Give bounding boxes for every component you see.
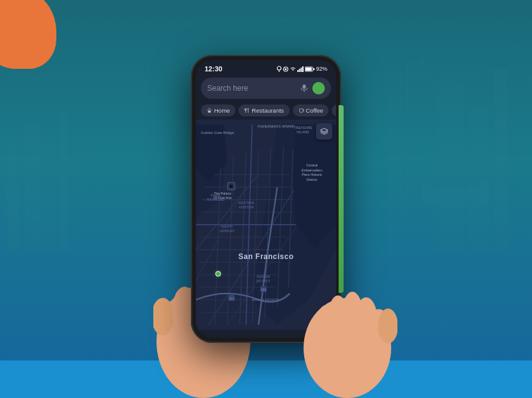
svg-rect-12: [494, 69, 507, 250]
mic-icon[interactable]: [300, 84, 309, 93]
embarcadero-label: CentralEmbarcaderoPiers HistoricDistrict: [302, 163, 322, 183]
chip-restaurants[interactable]: Restaurants: [238, 105, 289, 116]
layers-button[interactable]: [316, 123, 332, 140]
status-time: 12:30: [205, 65, 222, 73]
signal-icon: [297, 66, 304, 72]
status-bar: 12:30 92%: [196, 60, 336, 75]
search-placeholder: Search here: [207, 84, 296, 93]
svg-rect-40: [305, 68, 312, 71]
svg-text:101: 101: [229, 297, 235, 300]
battery-icon: [305, 66, 315, 72]
chip-coffee-label: Coffee: [306, 107, 324, 114]
status-icons: 92%: [277, 66, 327, 72]
palace-icon: 🏛: [227, 182, 235, 190]
svg-point-29: [317, 305, 334, 343]
orange-blob-decoration: [0, 0, 56, 69]
chip-coffee[interactable]: Coffee: [293, 105, 329, 116]
svg-rect-11: [469, 106, 488, 250]
svg-rect-37: [302, 66, 304, 72]
battery-percent: 92%: [316, 66, 327, 72]
svg-rect-14: [422, 181, 432, 207]
hdmi-icon: [283, 66, 289, 72]
svg-point-33: [285, 68, 287, 70]
svg-rect-3: [44, 144, 55, 250]
location-icon: [277, 66, 282, 72]
san-francisco-label: San Francisco: [238, 252, 294, 261]
chip-home[interactable]: Home: [201, 105, 235, 116]
golden-gate-label: Golden Gate Bridge: [201, 131, 234, 135]
chip-restaurants-label: Restaurants: [252, 107, 284, 114]
layers-icon: [320, 127, 329, 136]
search-bar[interactable]: Search here: [201, 78, 331, 99]
svg-rect-15: [479, 181, 488, 207]
home-chip-icon: [207, 108, 212, 113]
chips-row: Home Restaurants Coffee B: [196, 101, 336, 120]
svg-point-9: [419, 59, 426, 66]
svg-rect-36: [300, 68, 302, 72]
svg-rect-4: [59, 113, 67, 250]
svg-point-30: [277, 66, 281, 70]
city-bg-left-illustration: [0, 63, 94, 250]
restaurant-chip-icon: [244, 108, 250, 113]
treasure-island-label: TREASUREISLAND: [294, 126, 312, 135]
fishermans-wharf-label: FISHERMAN'S WHARF: [258, 125, 295, 129]
wifi-icon: [290, 66, 296, 71]
svg-rect-43: [208, 111, 211, 113]
svg-text:280: 280: [261, 288, 267, 292]
svg-rect-34: [297, 70, 299, 72]
svg-rect-10: [438, 81, 463, 250]
svg-point-25: [378, 309, 397, 344]
western-addition-label: WESTERNADDITION: [238, 201, 254, 209]
mission-district-label: MISSIONDISTRICT: [256, 275, 270, 283]
svg-rect-39: [313, 68, 314, 70]
chip-home-label: Home: [214, 107, 230, 114]
svg-rect-41: [303, 84, 306, 89]
city-bg-right-illustration: [388, 31, 513, 250]
svg-line-63: [240, 153, 246, 325]
inner-richmond-label: INNERRICHMOND: [207, 193, 225, 202]
green-avatar-dot[interactable]: [312, 82, 325, 94]
blue-strip-decoration: [0, 360, 532, 398]
svg-rect-1: [9, 138, 16, 250]
coffee-chip-icon: [299, 108, 304, 113]
hand-right: [297, 260, 397, 398]
bernal-heights-label: BERNAL HEIGHTS: [252, 298, 279, 302]
chip-bars[interactable]: B: [332, 105, 336, 116]
svg-rect-35: [299, 69, 300, 72]
haight-ashbury-label: HAIGHT-ASHBURY: [220, 225, 235, 233]
